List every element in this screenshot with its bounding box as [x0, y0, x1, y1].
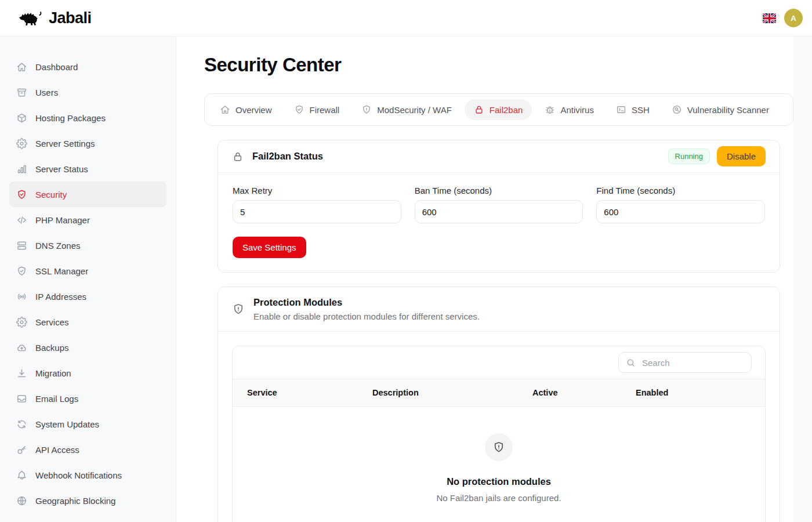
sidebar-item-php-manager[interactable]: PHP Manager [9, 207, 166, 233]
user-avatar[interactable]: A [784, 9, 803, 27]
package-icon [16, 113, 27, 124]
tab-firewall[interactable]: Firewall [285, 99, 349, 120]
sidebar-item-services[interactable]: Services [9, 309, 166, 335]
language-flag-icon[interactable] [763, 13, 776, 23]
sidebar-item-ssl-manager[interactable]: SSL Manager [9, 258, 166, 284]
find-time-seconds-input[interactable] [596, 200, 765, 223]
sidebar-item-label: Dashboard [35, 62, 78, 72]
refresh-icon [16, 419, 27, 430]
max-retry-input[interactable] [233, 200, 401, 223]
sidebar-item-label: Backups [35, 343, 69, 353]
broadcast-icon [16, 291, 27, 302]
globe-icon [16, 495, 27, 506]
field-label: Ban Time (seconds) [415, 186, 583, 195]
tab-antivirus[interactable]: Antivirus [535, 99, 603, 120]
boar-icon [16, 8, 44, 28]
search-box [618, 352, 752, 373]
column-header-description: Description [372, 379, 532, 407]
sidebar-item-geographic-blocking[interactable]: Geographic Blocking [9, 488, 166, 513]
sidebar-item-label: Migration [35, 368, 71, 378]
sidebar-item-label: IP Addresses [35, 292, 86, 302]
fail2ban-status-header: Fail2ban Status Running Disable [218, 140, 780, 173]
page-title: Security Center [204, 54, 793, 76]
sidebar-item-backups[interactable]: Backups [9, 335, 166, 360]
sidebar-item-label: Hosting Packages [35, 113, 106, 123]
tab-vulnerability-scanner[interactable]: Vulnerability Scanner [662, 99, 778, 120]
status-badge: Running [668, 148, 710, 164]
shield-alert-icon [361, 104, 372, 115]
security-tabs: OverviewFirewallModSecurity / WAFFail2ba… [204, 93, 793, 126]
tab-modsecurity-waf[interactable]: ModSecurity / WAF [352, 99, 461, 120]
empty-state-description: No Fail2ban jails are configured. [436, 493, 561, 503]
column-header-active: Active [532, 379, 636, 407]
sidebar-item-label: System Updates [35, 419, 99, 429]
sidebar-item-label: Webhook Notifications [35, 470, 122, 480]
search-input[interactable] [641, 357, 759, 368]
server-icon [16, 240, 27, 251]
brand-name: Jabali [49, 9, 92, 27]
field-max-retry: Max Retry [233, 186, 401, 223]
sidebar-item-dashboard[interactable]: Dashboard [9, 54, 166, 79]
sidebar-item-ip-addresses[interactable]: IP Addresses [9, 284, 166, 309]
table-header-row: ServiceDescriptionActiveEnabled [233, 379, 765, 407]
sidebar-item-users[interactable]: Users [9, 79, 166, 105]
tab-fail2ban[interactable]: Fail2ban [465, 99, 532, 120]
gear-icon [16, 317, 27, 328]
sidebar-item-label: Security [35, 190, 67, 200]
sidebar-item-label: Server Settings [35, 139, 95, 148]
modules-table: ServiceDescriptionActiveEnabled [233, 379, 765, 407]
cloud-up-icon [16, 342, 27, 353]
sidebar-item-security[interactable]: Security [9, 182, 166, 207]
sidebar-item-server-status[interactable]: Server Status [9, 156, 166, 182]
brand-logo[interactable]: Jabali [16, 8, 92, 28]
modules-table-card: ServiceDescriptionActiveEnabled No prote… [232, 346, 766, 522]
archive-icon [16, 87, 27, 98]
inbox-icon [16, 393, 27, 404]
field-label: Find Time (seconds) [596, 186, 765, 195]
empty-state-icon-circle [485, 433, 513, 461]
protection-modules-header: Protection Modules Enable or disable pro… [218, 287, 780, 332]
tab-label: Antivirus [560, 105, 594, 115]
gear-icon [16, 138, 27, 149]
empty-state: No protection modules No Fail2ban jails … [233, 407, 765, 522]
protection-modules-description: Enable or disable protection modules for… [253, 311, 480, 321]
empty-state-title: No protection modules [447, 476, 551, 487]
sidebar-item-email-logs[interactable]: Email Logs [9, 386, 166, 411]
sidebar-item-hosting-packages[interactable]: Hosting Packages [9, 105, 166, 130]
sidebar-item-dns-zones[interactable]: DNS Zones [9, 233, 166, 258]
save-settings-button[interactable]: Save Settings [233, 237, 306, 258]
tab-overview[interactable]: Overview [211, 99, 281, 120]
avatar-initial: A [791, 14, 796, 23]
sidebar-item-label: Services [35, 317, 69, 327]
sidebar-item-webhook-notifications[interactable]: Webhook Notifications [9, 462, 166, 488]
sidebar-item-system-updates[interactable]: System Updates [9, 411, 166, 437]
tab-ssh[interactable]: SSH [607, 99, 659, 120]
sidebar-item-label: SSL Manager [35, 266, 88, 276]
topbar-right: A [763, 9, 803, 27]
protection-modules-card: Protection Modules Enable or disable pro… [217, 287, 780, 522]
field-find-time-seconds: Find Time (seconds) [596, 186, 765, 223]
sidebar-item-migration[interactable]: Migration [9, 360, 166, 386]
shield-alert-icon [232, 303, 245, 316]
tab-label: SSH [632, 105, 650, 115]
tab-label: ModSecurity / WAF [377, 105, 452, 115]
sidebar-item-label: DNS Zones [35, 241, 81, 251]
key-icon [16, 444, 27, 455]
field-ban-time-seconds: Ban Time (seconds) [415, 186, 583, 223]
sidebar-nav: DashboardUsersHosting PackagesServer Set… [0, 37, 176, 522]
bug-icon [545, 104, 555, 115]
ban-time-seconds-input[interactable] [415, 200, 583, 223]
shield-check-icon [294, 104, 304, 115]
app-shell: DashboardUsersHosting PackagesServer Set… [0, 37, 812, 522]
disable-button[interactable]: Disable [717, 146, 766, 166]
home-icon [220, 104, 230, 115]
main-content: Security Center OverviewFirewallModSecur… [176, 37, 793, 522]
terminal-icon [616, 104, 626, 115]
sidebar-item-api-access[interactable]: API Access [9, 437, 166, 462]
shield-check-icon [16, 266, 27, 277]
lock-icon [232, 151, 244, 162]
sidebar-item-label: Users [35, 88, 58, 97]
sidebar-item-server-settings[interactable]: Server Settings [9, 130, 166, 156]
code-icon [16, 215, 27, 226]
sidebar-item-label: Email Logs [35, 394, 78, 404]
